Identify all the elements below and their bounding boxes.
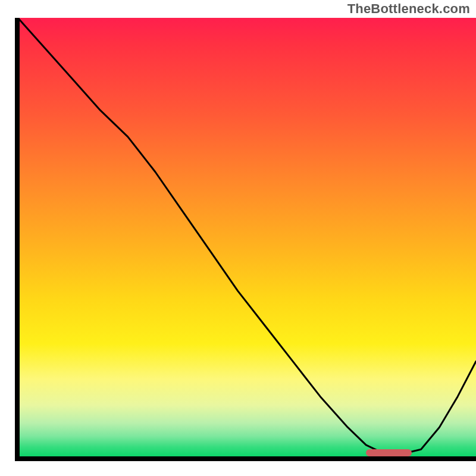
plot-area xyxy=(18,18,476,458)
floor-marker xyxy=(366,449,412,456)
x-axis xyxy=(15,456,476,461)
watermark-text: TheBottleneck.com xyxy=(347,1,470,17)
chart-frame: TheBottleneck.com xyxy=(0,0,476,476)
gradient-background xyxy=(18,18,476,458)
y-axis xyxy=(15,18,20,461)
